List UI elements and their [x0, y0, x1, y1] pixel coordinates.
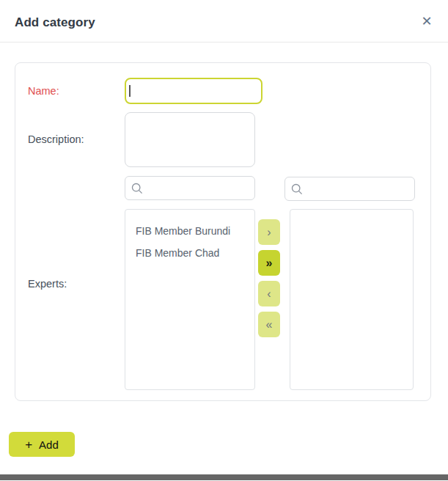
search-icon — [291, 183, 303, 195]
close-button[interactable]: ✕ — [416, 10, 438, 32]
double-chevron-left-icon: « — [266, 319, 273, 331]
available-experts-search-input[interactable] — [143, 177, 254, 199]
dialog-header: Add category ✕ — [0, 0, 448, 43]
description-label: Description: — [28, 133, 84, 145]
name-field-wrapper — [125, 78, 262, 104]
move-all-right-button[interactable]: » — [258, 250, 280, 276]
chevron-right-icon: › — [267, 227, 271, 238]
text-cursor-icon — [129, 85, 131, 97]
available-experts-search-wrapper — [125, 176, 255, 200]
move-left-button[interactable]: ‹ — [258, 281, 280, 306]
chevron-left-icon: ‹ — [267, 288, 271, 300]
list-item[interactable]: FIB Member Chad — [125, 242, 254, 264]
assigned-experts-search-wrapper — [284, 177, 415, 201]
search-icon — [131, 183, 143, 194]
name-input[interactable] — [125, 78, 262, 104]
add-category-dialog: Add category ✕ Name: Description: Expert… — [0, 0, 448, 481]
description-textarea[interactable] — [125, 112, 255, 167]
assigned-experts-list[interactable] — [290, 209, 414, 390]
list-item[interactable]: FIB Member Burundi — [125, 220, 254, 242]
experts-label: Experts: — [28, 278, 67, 290]
move-right-button[interactable]: › — [258, 219, 280, 245]
transfer-buttons: › » ‹ « — [258, 219, 280, 337]
form-card: Name: Description: Experts: — [15, 62, 431, 401]
assigned-experts-search-input[interactable] — [303, 177, 414, 200]
dialog-title: Add category — [15, 15, 95, 30]
add-button[interactable]: + Add — [9, 432, 75, 457]
available-experts-list[interactable]: FIB Member BurundiFIB Member Chad — [125, 209, 255, 390]
double-chevron-right-icon: » — [266, 257, 273, 269]
move-all-left-button[interactable]: « — [258, 312, 280, 337]
plus-icon: + — [25, 438, 32, 451]
close-icon: ✕ — [421, 15, 432, 28]
name-label: Name: — [28, 85, 59, 97]
add-button-label: Add — [39, 438, 59, 451]
bottom-bar — [0, 474, 448, 480]
